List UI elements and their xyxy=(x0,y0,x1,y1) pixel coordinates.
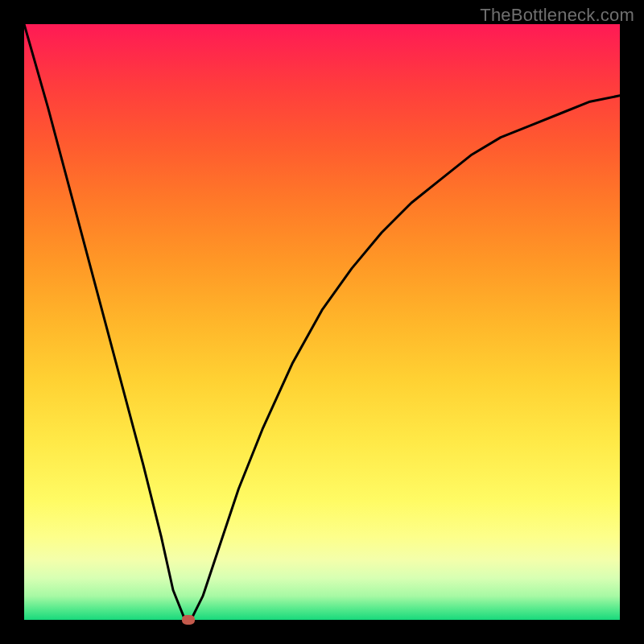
bottleneck-curve-path xyxy=(24,24,620,620)
watermark-text: TheBottleneck.com xyxy=(480,5,634,26)
curve-svg xyxy=(24,24,620,620)
plot-area xyxy=(24,24,620,620)
optimum-marker xyxy=(182,615,195,625)
chart-stage: TheBottleneck.com xyxy=(0,0,644,644)
